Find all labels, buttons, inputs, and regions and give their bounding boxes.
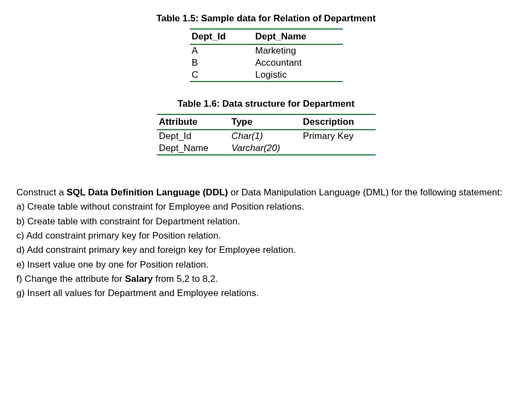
t15-header-dept-id: Dept_Id (190, 29, 253, 44)
table-row: C Logistic (190, 69, 343, 82)
table-1-5: Dept_Id Dept_Name A Marketing B Accounta… (190, 28, 343, 82)
table-1-5-caption: Table 1.5: Sample data for Relation of D… (130, 13, 403, 24)
lead-pre: Construct a (16, 187, 67, 198)
instruction-lead: Construct a SQL Data Definition Language… (16, 186, 516, 200)
t15-cell: Accountant (253, 57, 343, 69)
t16-cell: Varchar(20) (229, 142, 301, 155)
t15-cell: B (190, 57, 253, 69)
instruction-item-c: c) Add constraint primary key for Positi… (16, 229, 516, 243)
t15-cell: C (190, 69, 253, 82)
instruction-item-g: g) Insert all values for Department and … (16, 286, 516, 300)
t16-header-type: Type (229, 114, 301, 130)
f-pre: f) Change the attribute for (16, 274, 125, 284)
instruction-item-b: b) Create table with constraint for Depa… (16, 215, 516, 229)
lead-post: or Data Manipulation Language (DML) for … (228, 187, 502, 198)
table-row: Dept_Id Char(1) Primary Key (157, 130, 376, 142)
table-row: Dept_Name Varchar(20) (157, 142, 376, 155)
t16-header-attribute: Attribute (157, 114, 230, 130)
instruction-item-e: e) Insert value one by one for Position … (16, 258, 516, 272)
t16-cell: Dept_Name (157, 142, 230, 155)
table-row: B Accountant (190, 57, 343, 69)
t15-cell: Logistic (253, 69, 343, 82)
f-bold: Salary (125, 274, 153, 284)
t15-cell: A (190, 44, 253, 57)
t16-cell (301, 142, 375, 155)
t15-cell: Marketing (253, 44, 343, 57)
instruction-item-d: d) Add constraint primary key and foreig… (16, 243, 516, 257)
instruction-item-f: f) Change the attribute for Salary from … (16, 272, 516, 286)
t16-cell: Dept_Id (157, 130, 230, 142)
instruction-block: Construct a SQL Data Definition Language… (16, 186, 516, 301)
instruction-item-a: a) Create table without constraint for E… (16, 200, 516, 214)
t16-cell: Primary Key (301, 130, 375, 142)
f-post: from 5,2 to 8,2. (153, 274, 218, 284)
table-1-6: Attribute Type Description Dept_Id Char(… (157, 114, 376, 155)
t16-cell: Char(1) (229, 130, 301, 142)
table-1-6-caption: Table 1.6: Data structure for Department (130, 99, 403, 109)
t16-header-description: Description (301, 114, 375, 130)
table-row: A Marketing (190, 44, 343, 57)
lead-bold: SQL Data Definition Language (DDL) (67, 187, 228, 198)
t15-header-dept-name: Dept_Name (253, 29, 343, 44)
